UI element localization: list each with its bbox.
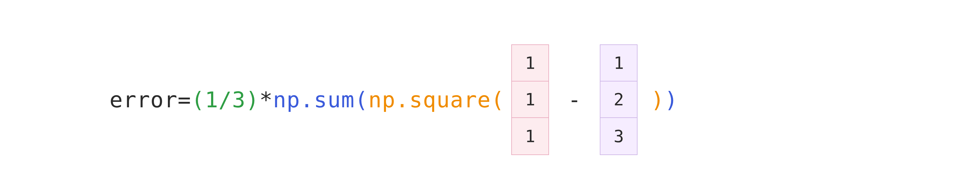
labels-vector: labels 1 2 3 bbox=[600, 44, 638, 155]
predictions-cell-1: 1 bbox=[512, 81, 549, 118]
lhs-variable: error bbox=[110, 89, 178, 111]
minus-operator: - bbox=[568, 89, 581, 111]
predictions-cells: 1 1 1 bbox=[511, 44, 549, 155]
equals-sign: = bbox=[178, 89, 191, 111]
labels-cell-0: 1 bbox=[600, 45, 637, 81]
close-paren-square: ) bbox=[651, 89, 665, 111]
error-formula: error = (1/3) * np.sum( np.square( predi… bbox=[0, 35, 678, 155]
labels-cell-1: 2 bbox=[600, 81, 637, 118]
np-sum-call: np.sum( bbox=[273, 89, 369, 111]
predictions-cell-2: 1 bbox=[512, 118, 549, 154]
labels-cell-2: 3 bbox=[600, 118, 637, 154]
np-square-call: np.square( bbox=[368, 89, 504, 111]
predictions-vector: predictions 1 1 1 bbox=[511, 44, 549, 155]
labels-cells: 1 2 3 bbox=[600, 44, 638, 155]
predictions-cell-0: 1 bbox=[512, 45, 549, 81]
multiply-sign: * bbox=[259, 89, 273, 111]
fraction-coefficient: (1/3) bbox=[191, 89, 259, 111]
diagram-canvas: error = (1/3) * np.sum( np.square( predi… bbox=[0, 0, 980, 190]
close-paren-sum: ) bbox=[665, 89, 678, 111]
